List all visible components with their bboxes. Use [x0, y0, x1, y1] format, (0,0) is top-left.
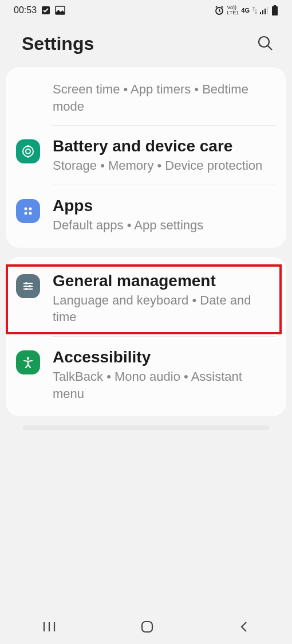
search-button[interactable]: [253, 31, 277, 57]
setting-item-accessibility[interactable]: Accessibility TalkBack • Mono audio • As…: [6, 337, 286, 412]
home-icon: [140, 627, 154, 635]
svg-point-16: [29, 212, 32, 215]
status-left: 00:53: [14, 5, 65, 15]
status-right: Vo)) LTE1 4G: [214, 5, 278, 15]
scroll-indicator: [23, 426, 269, 430]
setting-subtitle: Storage • Memory • Device protection: [53, 157, 276, 174]
setting-subtitle: Default apps • App settings: [53, 217, 276, 234]
setting-title: Accessibility: [53, 347, 276, 367]
status-bar: 00:53 Vo)) LTE1 4G: [0, 0, 292, 21]
setting-item-battery[interactable]: Battery and device care Storage • Memory…: [6, 126, 286, 185]
setting-title: Battery and device care: [53, 136, 276, 156]
signal-type: 4G: [241, 7, 250, 14]
setting-title: General management: [53, 271, 276, 291]
navigation-bar: [0, 611, 292, 644]
settings-card: Screen time • App timers • Bedtime mode …: [6, 67, 286, 248]
accessibility-icon: [16, 350, 40, 374]
svg-point-23: [27, 357, 29, 360]
svg-point-22: [25, 288, 27, 290]
sliders-icon: [16, 274, 40, 298]
svg-point-18: [25, 282, 27, 284]
svg-point-12: [26, 149, 30, 154]
page-title: Settings: [22, 33, 94, 54]
svg-point-9: [259, 37, 269, 47]
settings-card: General management Language and keyboard…: [6, 257, 286, 416]
checkbox-icon: [41, 6, 50, 15]
signal-icon: [260, 6, 269, 14]
svg-point-15: [25, 212, 27, 215]
svg-rect-7: [274, 5, 276, 6]
svg-point-14: [29, 208, 32, 210]
svg-point-11: [23, 146, 33, 157]
battery-care-icon: [16, 139, 40, 163]
search-icon: [257, 45, 274, 53]
svg-point-20: [29, 285, 31, 287]
setting-subtitle: Language and keyboard • Date and time: [53, 292, 276, 326]
settings-list: Screen time • App timers • Bedtime mode …: [0, 67, 292, 430]
svg-rect-27: [142, 622, 152, 632]
image-icon: [55, 6, 65, 15]
back-icon: [238, 627, 250, 635]
network-label: Vo)) LTE1: [227, 5, 239, 15]
setting-subtitle: TalkBack • Mono audio • Assistant menu: [53, 368, 276, 402]
status-time: 00:53: [14, 5, 37, 15]
recents-icon: [42, 626, 56, 634]
apps-icon: [16, 199, 40, 223]
header: Settings: [0, 21, 292, 67]
svg-line-10: [268, 46, 272, 50]
svg-rect-6: [267, 7, 268, 14]
setting-item-apps[interactable]: Apps Default apps • App settings: [6, 185, 286, 244]
back-button[interactable]: [221, 614, 267, 641]
svg-rect-5: [265, 9, 266, 14]
home-button[interactable]: [123, 614, 171, 641]
svg-rect-8: [272, 6, 278, 15]
setting-subtitle: Screen time • App timers • Bedtime mode: [53, 81, 276, 115]
alarm-icon: [214, 5, 224, 15]
setting-item-digital-wellbeing-trail[interactable]: Screen time • App timers • Bedtime mode: [6, 71, 286, 125]
battery-icon: [271, 5, 278, 15]
svg-point-13: [25, 208, 27, 210]
setting-item-general[interactable]: General management Language and keyboard…: [6, 260, 286, 336]
setting-title: Apps: [53, 196, 276, 216]
recents-button[interactable]: [25, 615, 73, 640]
svg-rect-4: [262, 10, 263, 14]
updown-icon: [252, 6, 258, 14]
svg-rect-3: [260, 12, 261, 14]
